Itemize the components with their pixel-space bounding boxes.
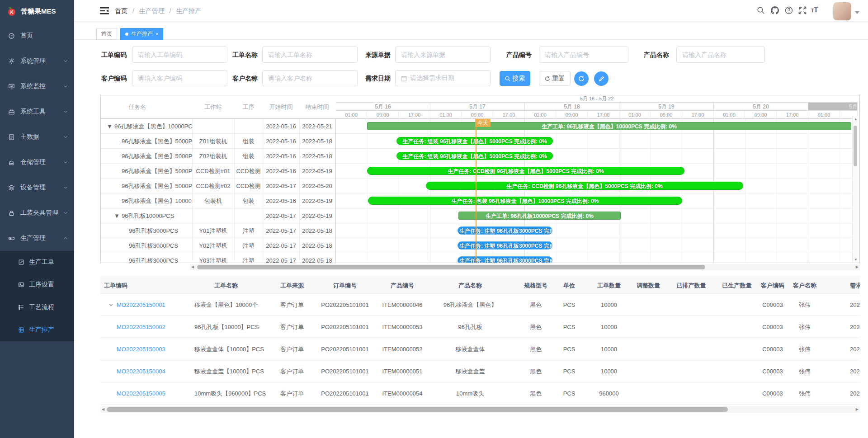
expand-caret-icon[interactable]	[108, 302, 113, 307]
table-row[interactable]: MO202205150002 96孔孔板【10000】PCS 客户订单 PO20…	[100, 316, 860, 338]
image-icon	[18, 282, 24, 288]
gantt-day-cell: 5月 16	[336, 103, 430, 111]
tab-close-icon[interactable]: ×	[156, 28, 158, 39]
edit-button[interactable]	[594, 71, 609, 86]
scroll-left-icon[interactable]: ◀	[102, 408, 104, 411]
product-name-input[interactable]: 请输入产品名称	[676, 47, 765, 63]
gantt-bar-task[interactable]: 生产任务: CCD检测 96孔移液盒【黑色】5000PCS 完成比例: 0%	[367, 167, 684, 175]
github-icon[interactable]	[770, 6, 779, 15]
gantt-day-cell: 5月 20	[714, 103, 808, 111]
sidebar-item-system[interactable]: 系统管理	[0, 48, 74, 74]
workorder-link[interactable]: MO202205150004	[117, 360, 165, 382]
sidebar-item-masterdata[interactable]: 主数据	[0, 124, 74, 150]
gantt-horizontal-scrollbar[interactable]: ◀ ▶	[190, 264, 860, 270]
gantt-bar-task[interactable]: 生产任务: 组装 96孔移液盒【黑色】5000PCS 完成比例: 0%	[396, 137, 553, 145]
scroll-right-icon[interactable]: ▶	[856, 408, 859, 411]
gantt-bar-workorder[interactable]: 生产工单: 96孔孔板10000PCS 完成比例: 0%	[458, 212, 621, 220]
submenu-item-scheduling[interactable]: 生产排产	[0, 319, 74, 341]
scrollbar-thumb[interactable]	[854, 126, 857, 166]
table-row[interactable]: MO202205150003 移液盒盒体【10000】PCS 客户订单 PO20…	[100, 338, 860, 360]
table-row[interactable]: MO202205150005 10mm吸头【960000】PCS 客户订单 PO…	[100, 382, 860, 405]
avatar-caret-icon[interactable]	[855, 11, 859, 14]
gantt-day-cell-weekend: 5月 21	[808, 103, 858, 111]
reset-button[interactable]: 重置	[539, 71, 571, 86]
workorder-link[interactable]: MO202205150001	[117, 294, 165, 316]
collapse-arrow-icon[interactable]: ▼	[114, 208, 120, 223]
edit-icon	[18, 259, 24, 265]
table-horizontal-scrollbar[interactable]: ◀ ▶	[100, 406, 860, 413]
breadcrumb-production[interactable]: 生产管理	[139, 7, 165, 14]
tab-home[interactable]: 首页	[96, 28, 117, 40]
sidebar-item-fixture[interactable]: 工装夹具管理	[0, 200, 74, 226]
gantt-bar-task[interactable]: 生产任务: 组装 96孔移液盒【黑色】5000PCS 完成比例: 0%	[396, 152, 553, 160]
submenu-item-workorder[interactable]: 生产工单	[0, 251, 74, 273]
filter-label: 工单编码	[101, 47, 127, 63]
lock-icon	[8, 210, 15, 217]
workorder-code-input[interactable]: 请输入工单编码	[132, 47, 227, 63]
filter-label: 需求日期	[365, 70, 391, 86]
source-doc-input[interactable]: 请输入来源单据	[395, 47, 491, 63]
search-button[interactable]: 搜索	[500, 71, 530, 86]
scroll-right-icon[interactable]: ▶	[856, 265, 859, 269]
scroll-left-icon[interactable]: ◀	[191, 265, 194, 269]
submenu-item-process-setting[interactable]: 工序设置	[0, 273, 74, 296]
workorder-link[interactable]: MO202205150003	[117, 338, 165, 360]
gantt-bar-task[interactable]: 生产任务: 包装 96孔移液盒【黑色】10000PCS 完成比例: 0%	[368, 197, 682, 205]
customer-code-input[interactable]: 请输入客户编码	[132, 70, 227, 86]
toolbox-icon	[8, 108, 15, 115]
filter-label: 客户编码	[101, 70, 127, 86]
gantt-grid-row[interactable]: 96孔移液盒【黑色】5000PCSZ02组装机组装2022-05-162022-…	[101, 149, 336, 164]
collapse-sidebar-icon[interactable]	[100, 7, 109, 15]
gantt-panel: 任务名 工作站 工序 开始时间 结束时间 5月 16 - 5月 22 5月 16…	[100, 95, 860, 263]
workorder-link[interactable]: MO202205150005	[117, 382, 165, 405]
table-row[interactable]: MO202205150004 移液盒盒盖【10000】PCS 客户订单 PO20…	[100, 360, 860, 382]
gantt-grid-row[interactable]: ▼96孔孔板10000PCS2022-05-172022-05-19	[101, 208, 336, 223]
gantt-bar-task-selected[interactable]: 生产任务: 注塑 96孔孔板3000PCS 完成比例: 0%	[458, 226, 552, 235]
gantt-vertical-scrollbar[interactable]: ▲ ▼	[852, 116, 858, 263]
gantt-bar-workorder[interactable]: 生产工单: 96孔移液盒【黑色】10000PCS 完成比例: 0%	[367, 122, 851, 130]
search-icon[interactable]	[757, 6, 765, 14]
fullscreen-icon[interactable]	[798, 6, 807, 14]
demand-date-input[interactable]: 请选择需求日期	[395, 70, 491, 86]
gantt-grid-row[interactable]: 96孔移液盒【黑色】5000PCSCCD检测#02CCD检测2022-05-17…	[101, 179, 336, 193]
filter-label: 来源单据	[365, 47, 391, 63]
gantt-week-row: 5月 16 - 5月 22	[336, 95, 858, 103]
gantt-grid-row[interactable]: ▼96孔移液盒【黑色】10000PCS2022-05-162022-05-21	[101, 119, 336, 134]
collapse-arrow-icon[interactable]: ▼	[107, 119, 113, 134]
scrollbar-thumb[interactable]	[197, 265, 705, 269]
workorder-link[interactable]: MO202205150002	[117, 316, 165, 338]
gantt-grid-row[interactable]: 96孔孔板3000PCSY03注塑机注塑2022-05-172022-05-18	[101, 253, 336, 263]
scrollbar-thumb[interactable]	[107, 407, 728, 412]
scroll-down-icon[interactable]: ▼	[854, 258, 858, 262]
submenu-item-craft-flow[interactable]: 工艺流程	[0, 296, 74, 319]
gantt-bar-task[interactable]: 生产任务: CCD检测 96孔移液盒【黑色】5000PCS 完成比例: 0%	[426, 182, 743, 190]
sidebar-item-warehouse[interactable]: 仓储管理	[0, 150, 74, 175]
gantt-bar-task-selected[interactable]: 生产任务: 注塑 96孔孔板3000PCS 完成比例: 0%	[458, 256, 552, 263]
tags-view-bar: 首页 生产排产 ×	[74, 22, 868, 40]
gantt-bar-task-selected[interactable]: 生产任务: 注塑 96孔孔板3000PCS 完成比例: 0%	[458, 241, 552, 250]
gantt-grid-row[interactable]: 96孔移液盒【黑色】5000PCSZ01组装机组装2022-05-162022-…	[101, 134, 336, 149]
gantt-grid-row[interactable]: 96孔孔板3000PCSY02注塑机注塑2022-05-172022-05-18	[101, 238, 336, 253]
gantt-grid-row[interactable]: 96孔移液盒【黑色】5000PCSCCD检测#01CCD检测2022-05-16…	[101, 164, 336, 179]
sidebar-item-monitor[interactable]: 系统监控	[0, 74, 74, 99]
gantt-grid-body: ▼96孔移液盒【黑色】10000PCS2022-05-162022-05-21 …	[101, 119, 336, 263]
gantt-grid-row[interactable]: 96孔移液盒【黑色】10000PCS包装机包装2022-05-162022-05…	[101, 193, 336, 208]
customer-name-input[interactable]: 请输入客户名称	[262, 70, 358, 86]
refresh-icon	[578, 75, 585, 82]
sidebar-item-tools[interactable]: 系统工具	[0, 99, 74, 124]
sidebar-item-equipment[interactable]: 设备管理	[0, 175, 74, 200]
help-icon[interactable]	[785, 6, 793, 14]
sidebar-item-home[interactable]: 首页	[0, 23, 74, 48]
scroll-up-icon[interactable]: ▲	[854, 118, 858, 121]
product-code-input[interactable]: 请输入产品编号	[539, 47, 628, 63]
font-size-icon[interactable]: TT	[811, 6, 818, 14]
sidebar-item-production[interactable]: 生产管理	[0, 226, 74, 251]
avatar[interactable]	[833, 2, 851, 20]
table-row[interactable]: MO202205150001 移液盒【黑色】10000个 客户订单 PO2022…	[100, 294, 860, 316]
refresh-gantt-button[interactable]	[574, 71, 589, 86]
breadcrumb-home[interactable]: 首页	[115, 7, 127, 14]
app-title: 苦糖果MES	[21, 7, 56, 16]
tab-scheduling[interactable]: 生产排产 ×	[120, 28, 163, 40]
gantt-grid-row[interactable]: 96孔孔板3000PCSY01注塑机注塑2022-05-172022-05-18	[101, 223, 336, 238]
workorder-name-input[interactable]: 请输入工单名称	[262, 47, 358, 63]
